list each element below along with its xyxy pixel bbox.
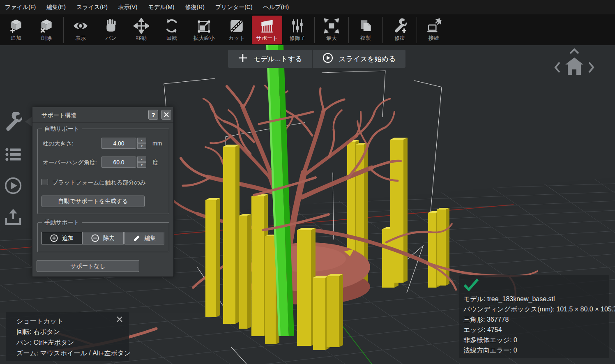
shortcuts-close-button[interactable]	[116, 316, 123, 323]
pillar-size-label: 柱の大きさ:	[43, 140, 74, 147]
menu-model[interactable]: モデル(M)	[148, 4, 175, 11]
circle-minus-icon	[91, 234, 99, 242]
menu-edit[interactable]: 編集(E)	[46, 4, 66, 11]
spin-down-button[interactable]: ▼	[137, 143, 146, 149]
toolbar-scale-button[interactable]: 拡大縮小	[187, 16, 221, 44]
view-navigation	[551, 46, 600, 79]
list-icon	[5, 146, 22, 163]
toolbar-divider	[63, 17, 64, 43]
spin-up-button[interactable]: ▲	[137, 157, 146, 162]
overhang-spinner: ▲ ▼	[137, 157, 146, 168]
edge-count: エッジ: 4754	[463, 326, 502, 334]
dialog-title: サポート構造	[41, 112, 76, 119]
toolbar-cut-button[interactable]: カット	[221, 16, 252, 44]
model-name: モデル: tree_183knew_base.stl	[463, 295, 555, 304]
dialog-pointer	[25, 116, 32, 127]
non-manifold-edges: 非多様体エッジ: 0	[463, 336, 517, 345]
menu-slice[interactable]: スライス(P)	[76, 4, 108, 11]
generate-supports-button[interactable]: 自動でサポートを生成する	[41, 196, 145, 207]
pillar-size-spinner: ▲ ▼	[137, 138, 146, 149]
menu-file[interactable]: ファイル(F)	[5, 4, 36, 11]
play-circle-icon	[322, 53, 333, 65]
pencil-icon	[133, 235, 141, 242]
check-icon	[463, 278, 479, 291]
manual-edit-button[interactable]: 編集	[124, 232, 164, 244]
nav-left-button[interactable]	[555, 62, 560, 72]
rotate-arrows-icon	[164, 18, 180, 34]
upload-icon	[4, 208, 22, 226]
model-list-tool[interactable]	[3, 145, 23, 164]
toolbar-add-button[interactable]: 追加	[1, 16, 31, 44]
toolbar-connect-button[interactable]: 接続	[419, 16, 449, 44]
overhang-input[interactable]	[101, 157, 136, 168]
toolbar-divider	[382, 17, 383, 43]
toolbar-duplicate-button[interactable]: 複製	[350, 16, 381, 44]
toolbar-divider	[417, 17, 417, 43]
shortcuts-title: ショートカット	[16, 317, 63, 326]
platform-only-label: プラットフォームに触れる部分のみ	[52, 179, 146, 187]
pillar-size-unit: mm	[152, 140, 162, 147]
start-print-tool[interactable]	[3, 176, 23, 196]
pillar-size-input[interactable]	[101, 138, 136, 149]
support-structure-icon	[259, 18, 275, 34]
normal-errors: 法線方向エラー: 0	[463, 346, 517, 355]
menu-view[interactable]: 表示(V)	[118, 4, 138, 11]
no-support-button[interactable]: サポートなし	[37, 260, 139, 272]
app-window: ファイル(F) 編集(E) スライス(P) 表示(V) モデル(M) 修復(R)…	[0, 0, 615, 364]
model-info-panel: モデル: tree_183knew_base.stl バウンディングボックス(m…	[459, 275, 609, 358]
spin-up-button[interactable]: ▲	[137, 138, 146, 143]
plus-icon	[238, 53, 248, 65]
shortcut-line: ズーム: マウスホイール / Alt+左ボタン	[16, 349, 131, 358]
bounding-box-size: バウンディングボックス(mm): 101.5 × 80.0 × 105.7	[463, 305, 615, 314]
connect-printer-icon	[426, 18, 442, 34]
add-cube-icon	[8, 18, 24, 34]
export-tool[interactable]	[3, 207, 23, 227]
toolbar-delete-button[interactable]: 削除	[31, 16, 62, 44]
shortcut-line: パン: Ctrl+左ボタン	[16, 339, 74, 347]
repair-wrench-icon	[392, 18, 408, 34]
toolbar-move-button[interactable]: 移動	[126, 16, 157, 44]
overhang-label: オーバーハング角度:	[43, 159, 97, 166]
nav-up-button[interactable]	[570, 49, 578, 53]
eye-icon	[73, 18, 88, 34]
start-slice-button[interactable]: スライスを始める	[313, 50, 406, 68]
manual-remove-button[interactable]: 除去	[82, 232, 124, 244]
toolbar-repair-button[interactable]: 修復	[385, 16, 415, 44]
platform-only-checkbox[interactable]	[41, 179, 48, 185]
toolbar-divider	[314, 17, 315, 43]
circle-plus-icon	[50, 234, 58, 242]
toolbar-pan-button[interactable]: パン	[96, 16, 126, 44]
import-model-button[interactable]: モデル...トする	[228, 50, 312, 68]
dialog-close-button[interactable]	[161, 110, 171, 120]
nav-right-button[interactable]	[589, 62, 593, 72]
move-arrows-icon	[134, 18, 149, 34]
shortcuts-panel: ショートカット 回転: 右ボタン パン: Ctrl+左ボタン ズーム: マウスホ…	[6, 312, 129, 361]
sliders-icon	[290, 18, 305, 34]
dialog-help-button[interactable]: ?	[148, 110, 158, 120]
manual-add-button[interactable]: 追加	[41, 232, 82, 244]
toolbar-rotate-button[interactable]: 回転	[157, 16, 187, 44]
menu-help[interactable]: ヘルプ(H)	[263, 4, 289, 11]
toolbar-maximize-button[interactable]: 最大	[316, 16, 347, 44]
spin-down-button[interactable]: ▼	[137, 162, 146, 168]
maximize-icon	[324, 18, 339, 34]
close-icon	[164, 112, 169, 117]
play-icon	[4, 177, 22, 195]
support-settings-tool[interactable]	[3, 112, 23, 131]
toolbar-modifier-button[interactable]: 修飾子	[282, 16, 313, 44]
menu-printer[interactable]: プリンター(C)	[215, 4, 253, 11]
menu-repair[interactable]: 修復(R)	[185, 4, 205, 11]
main-toolbar: 追加 削除 表示 パン 移動 回転 拡大縮小 カット	[0, 14, 615, 45]
overhang-unit: 度	[152, 159, 158, 166]
hand-icon	[103, 18, 119, 34]
toolbar-divider	[348, 17, 349, 43]
wrench-icon	[4, 112, 23, 131]
toolbar-view-button[interactable]: 表示	[65, 16, 96, 44]
scale-box-icon	[196, 18, 212, 34]
home-view-button[interactable]	[565, 58, 583, 75]
toolbar-support-button[interactable]: サポート	[252, 16, 282, 44]
close-icon	[116, 316, 123, 323]
duplicate-pages-icon	[358, 18, 373, 34]
shortcut-line: 回転: 右ボタン	[16, 328, 60, 336]
menu-bar: ファイル(F) 編集(E) スライス(P) 表示(V) モデル(M) 修復(R)…	[0, 0, 615, 14]
